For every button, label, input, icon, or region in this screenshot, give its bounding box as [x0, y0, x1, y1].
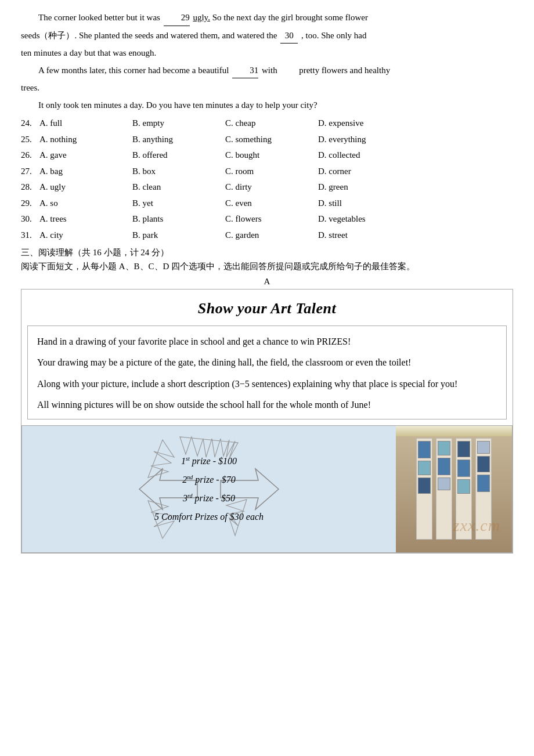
art-card-title: Show your Art Talent	[21, 290, 513, 325]
passage-line1b: So the next day the girl brought some fl…	[212, 13, 368, 22]
q31-d: D. street	[318, 228, 411, 243]
passage-line2: seeds（种子）. She planted the seeds and wat…	[21, 31, 277, 40]
q28-a: A. ugly	[39, 180, 132, 195]
gallery-pic	[457, 460, 470, 477]
table-row: 25. A. nothing B. anything C. something …	[21, 132, 513, 147]
q24-options: A. full B. empty C. cheap D. expensive	[39, 116, 513, 131]
q29-c: C. even	[225, 196, 318, 211]
prizes-left: 1st prize - $100 2nd prize - $70 3rd pri…	[22, 426, 396, 552]
passage-line5: trees.	[21, 83, 39, 92]
q31-b: B. park	[132, 228, 225, 243]
art-para1: Hand in a drawing of your favorite place…	[37, 334, 497, 349]
q25-num: 25.	[21, 132, 39, 147]
q29-b: B. yet	[132, 196, 225, 211]
q31-a: A. city	[39, 228, 132, 243]
passage-line3: ten minutes a day but that was enough.	[21, 48, 156, 57]
q27-d: D. corner	[318, 164, 411, 179]
q27-options: A. bag B. box C. room D. corner	[39, 164, 513, 179]
prizes-row: 1st prize - $100 2nd prize - $70 3rd pri…	[21, 425, 513, 553]
table-row: 29. A. so B. yet C. even D. still	[21, 196, 513, 211]
q27-c: C. room	[225, 164, 318, 179]
gallery-pic	[438, 478, 450, 490]
blank-30: 30	[280, 28, 298, 44]
gallery-pic	[457, 479, 470, 494]
q25-d: D. everything	[318, 132, 411, 147]
gallery-simulation: zxx.cm	[396, 426, 512, 552]
passage-line6: It only took ten minutes a day. Do you h…	[38, 100, 317, 110]
gallery-pic	[438, 458, 450, 475]
q28-c: C. dirty	[225, 180, 318, 195]
gallery-light	[396, 426, 512, 436]
art-para2: Your drawing may be a picture of the gat…	[37, 355, 497, 370]
gallery-pic	[418, 441, 431, 458]
q26-c: C. bought	[225, 148, 318, 163]
gallery-panel	[436, 438, 452, 539]
gallery-panel	[416, 438, 432, 539]
passage-line4b: with	[262, 66, 277, 75]
q30-options: A. trees B. plants C. flowers D. vegetab…	[39, 212, 513, 227]
q28-d: D. green	[318, 180, 411, 195]
q28-options: A. ugly B. clean C. dirty D. green	[39, 180, 513, 195]
q29-num: 29.	[21, 196, 39, 211]
q31-c: C. garden	[225, 228, 318, 243]
q24-num: 24.	[21, 116, 39, 131]
q26-a: A. gave	[39, 148, 132, 163]
q30-num: 30.	[21, 212, 39, 227]
q24-a: A. full	[39, 116, 132, 131]
prize4: 5 Comfort Prizes of $30 each	[154, 508, 264, 526]
q30-d: D. vegetables	[318, 212, 434, 227]
gallery-pic	[418, 478, 431, 494]
gallery-image: zxx.cm	[396, 426, 512, 552]
prize3: 3rd prize - $50	[154, 489, 264, 508]
art-card-body: Hand in a drawing of your favorite place…	[27, 325, 507, 419]
gallery-panel	[475, 438, 492, 539]
prize-text: 1st prize - $100 2nd prize - $70 3rd pri…	[154, 452, 264, 526]
q26-b: B. offered	[132, 148, 225, 163]
star-burst: 1st prize - $100 2nd prize - $70 3rd pri…	[134, 434, 284, 544]
q26-d: D. collected	[318, 148, 411, 163]
table-row: 24. A. full B. empty C. cheap D. expensi…	[21, 116, 513, 131]
q29-d: D. still	[318, 196, 411, 211]
q27-b: B. box	[132, 164, 225, 179]
section3-header: 三、阅读理解（共 16 小题，计 24 分）	[21, 247, 513, 258]
passage-line2b: , too. She only had	[301, 31, 367, 40]
q25-b: B. anything	[132, 132, 225, 147]
q26-options: A. gave B. offered C. bought D. collecte…	[39, 148, 513, 163]
q25-options: A. nothing B. anything C. something D. e…	[39, 132, 513, 147]
passage-line4c: pretty flowers and healthy	[299, 66, 390, 75]
q24-b: B. empty	[132, 116, 225, 131]
reading-section-label: A	[21, 277, 513, 287]
gallery-pic	[457, 441, 470, 457]
table-row: 31. A. city B. park C. garden D. street	[21, 228, 513, 243]
q26-num: 26.	[21, 148, 39, 163]
gallery-panel	[456, 438, 472, 539]
mcq-section: 24. A. full B. empty C. cheap D. expensi…	[21, 116, 513, 243]
art-para4: All winning pictures will be on show out…	[37, 397, 497, 413]
prize2: 2nd prize - $70	[154, 471, 264, 489]
gallery-pic	[438, 441, 450, 455]
art-card: Show your Art Talent Hand in a drawing o…	[21, 289, 513, 554]
q31-options: A. city B. park C. garden D. street	[39, 228, 513, 243]
table-row: 30. A. trees B. plants C. flowers D. veg…	[21, 212, 513, 227]
q30-b: B. plants	[132, 212, 225, 227]
gallery-pic	[477, 441, 490, 454]
q30-c: C. flowers	[225, 212, 318, 227]
table-row: 26. A. gave B. offered C. bought D. coll…	[21, 148, 513, 163]
table-row: 28. A. ugly B. clean C. dirty D. green	[21, 180, 513, 195]
gallery-pic	[477, 475, 490, 492]
section3-instruction: 阅读下面短文，从每小题 A、B、C、D 四个选项中，选出能回答所提问题或完成所给…	[21, 259, 513, 273]
q24-d: D. expensive	[318, 116, 411, 131]
passage-line4: A few months later, this corner had beco…	[38, 66, 229, 75]
q30-a: A. trees	[39, 212, 132, 227]
q25-c: C. something	[225, 132, 318, 147]
q28-b: B. clean	[132, 180, 225, 195]
prize1: 1st prize - $100	[154, 452, 264, 471]
passage-text: The corner looked better but it was 29 u…	[21, 10, 513, 113]
table-row: 27. A. bag B. box C. room D. corner	[21, 164, 513, 179]
blank-29: 29 ugly.	[163, 13, 212, 22]
q24-c: C. cheap	[225, 116, 318, 131]
blank-31: 31	[232, 63, 258, 79]
gallery-pic	[418, 461, 431, 475]
q25-a: A. nothing	[39, 132, 132, 147]
q29-options: A. so B. yet C. even D. still	[39, 196, 513, 211]
